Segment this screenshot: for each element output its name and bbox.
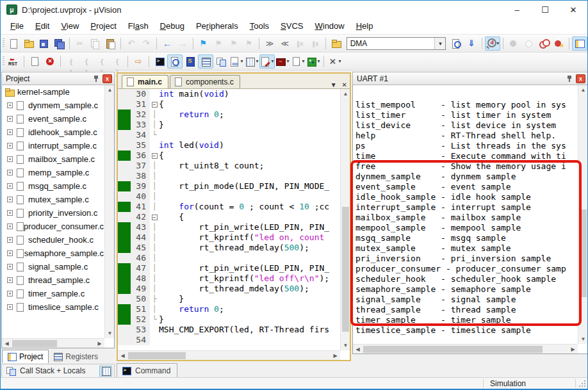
uart-body[interactable]: list_mempool - list memory pool in sysli… (352, 85, 588, 354)
expand-plus-icon[interactable]: + (7, 102, 13, 108)
code-line[interactable]: 49│ rt_thread_mdelay(500); (118, 284, 340, 294)
undo-button[interactable] (124, 37, 139, 51)
close-button[interactable]: ✕ (559, 1, 587, 19)
menu-item-debug[interactable]: Debug (154, 19, 190, 33)
scroll-down-icon[interactable]: ▼ (578, 334, 588, 344)
dock-tab-registers[interactable]: Registers (49, 350, 103, 363)
code-line[interactable]: 45│ rt_thread_mdelay(500); (118, 243, 340, 253)
system-viewer-button[interactable]: ▾ (290, 54, 306, 69)
editor-tab-components-c[interactable]: components.c (170, 75, 240, 88)
scroll-right-icon[interactable]: ▶ (331, 351, 340, 361)
menu-item-view[interactable]: View (55, 19, 85, 33)
expand-plus-icon[interactable]: + (7, 129, 13, 135)
disable-all-breakpoints-button[interactable] (536, 37, 551, 51)
pin-icon[interactable] (94, 75, 99, 82)
navigate-forward-button[interactable] (175, 37, 190, 51)
insert-bookmark-button[interactable] (196, 37, 211, 51)
copy-button[interactable] (87, 37, 102, 51)
open-file-button[interactable] (21, 37, 37, 51)
expand-plus-icon[interactable]: + (7, 183, 13, 189)
code-line[interactable]: 54 (118, 335, 340, 345)
scroll-down-icon[interactable]: ▼ (341, 341, 350, 350)
call-stack-window-button[interactable] (213, 54, 229, 69)
scroll-left-icon[interactable]: ◀ (2, 339, 12, 348)
code-line[interactable]: 51│ return 0; (118, 304, 340, 314)
tree-item[interactable]: +scheduler_hook.c (2, 233, 104, 247)
editor-vscrollbar[interactable]: ▲ ▼ (340, 89, 350, 350)
code-line[interactable]: 31−{ (118, 99, 340, 110)
debug-settings-button[interactable]: ▾ (327, 54, 342, 69)
paste-button[interactable] (102, 37, 118, 51)
logic-analyzer-button[interactable]: ▾ (275, 54, 290, 69)
code-line[interactable]: 37│ rt_uint8_t count; (118, 161, 340, 171)
code-line[interactable]: 32│ return 0; (118, 110, 340, 120)
configure-flash-button[interactable] (329, 37, 344, 51)
scroll-down-icon[interactable]: ▼ (105, 329, 115, 338)
resize-grip[interactable] (578, 380, 586, 387)
tab-list-icon[interactable]: ▼ (331, 81, 337, 88)
scroll-right-icon[interactable]: ▶ (568, 345, 578, 354)
tree-item[interactable]: +producer_consumer.c (2, 220, 104, 233)
step-over-button[interactable] (79, 54, 94, 69)
expand-plus-icon[interactable]: + (7, 210, 13, 216)
code-line[interactable]: 48│ rt_kprintf("led off\r\n"); (118, 273, 340, 284)
pin-icon[interactable] (567, 75, 573, 82)
menu-item-tools[interactable]: Tools (244, 19, 275, 33)
fold-box-icon[interactable]: − (152, 153, 158, 159)
code-line[interactable]: 52└} (118, 314, 340, 325)
project-window-button[interactable] (572, 37, 587, 51)
code-line[interactable]: 47│ rt_pin_write(LED_PIN, PIN_ (118, 263, 340, 273)
editor-hscrollbar[interactable]: ◀ ▶ (118, 350, 340, 360)
expand-plus-icon[interactable]: + (7, 116, 13, 122)
redo-button[interactable] (138, 37, 154, 51)
expand-plus-icon[interactable]: + (7, 291, 13, 297)
fold-box-icon[interactable]: − (152, 102, 158, 108)
fold-box-icon[interactable]: − (152, 215, 158, 220)
expand-plus-icon[interactable]: + (7, 264, 13, 270)
uart-close-icon[interactable]: x (576, 74, 585, 83)
menu-item-flash[interactable]: Flash (122, 19, 154, 33)
tree-item[interactable]: +mutex_sample.c (2, 193, 104, 206)
menu-item-peripherals[interactable]: Peripherals (190, 19, 244, 33)
code-line[interactable]: 36−{ (118, 150, 340, 161)
scroll-up-icon[interactable]: ▲ (341, 89, 350, 99)
tree-item[interactable]: +event_sample.c (2, 112, 104, 126)
code-line[interactable]: 40│ (118, 191, 340, 202)
maximize-button[interactable]: ☐ (531, 1, 559, 19)
tree-item[interactable]: +thread_sample.c (2, 273, 104, 287)
run-to-line-button[interactable] (110, 54, 125, 69)
project-hscrollbar[interactable]: ◀ ▶ (2, 338, 104, 348)
serial-window-button[interactable]: ▾ (259, 54, 275, 69)
disassembly-window-button[interactable] (167, 54, 183, 69)
find-next-button[interactable] (464, 37, 479, 51)
tree-item[interactable]: +timer_sample.c (2, 287, 104, 300)
minimize-button[interactable]: – (503, 1, 531, 19)
tab-close-icon[interactable]: ✕ (342, 81, 347, 88)
uncomment-button[interactable] (307, 37, 323, 51)
scroll-right-icon[interactable]: ▶ (95, 339, 104, 348)
code-line[interactable]: 43│ rt_pin_write(LED_PIN, PIN_ (118, 222, 340, 232)
code-line[interactable]: 35int led(void) (118, 140, 340, 150)
project-vscrollbar[interactable]: ▲ ▼ (104, 85, 114, 338)
expand-plus-icon[interactable]: + (7, 197, 13, 202)
indent-button[interactable] (262, 37, 277, 51)
outdent-button[interactable] (277, 37, 293, 51)
menu-item-project[interactable]: Project (85, 19, 122, 33)
code-line[interactable]: 33│} (118, 120, 340, 130)
clear-bookmarks-button[interactable] (241, 37, 257, 51)
scroll-left-icon[interactable]: ◀ (118, 351, 127, 361)
new-file-button[interactable] (6, 37, 21, 51)
code-line[interactable]: 44│ rt_kprintf("led on, count (118, 232, 340, 243)
navigate-back-button[interactable] (159, 37, 175, 51)
debug-session-button[interactable]: ▾ (485, 37, 500, 51)
tree-item[interactable]: +interrupt_sample.c (2, 139, 104, 152)
menu-item-help[interactable]: Help (350, 19, 379, 33)
code-line[interactable]: 39│ rt_pin_mode(LED_PIN, PIN_MODE_ (118, 181, 340, 191)
tree-item[interactable]: +idlehook_sample.c (2, 126, 104, 139)
find-in-files-button[interactable] (448, 37, 464, 51)
insert-breakpoint-button[interactable] (505, 37, 521, 51)
project-close-icon[interactable]: x (102, 74, 112, 83)
scroll-thumb[interactable] (342, 207, 349, 332)
memory-window-button[interactable]: ▾ (244, 54, 259, 69)
tree-item[interactable]: +timeslice_sample.c (2, 300, 104, 314)
